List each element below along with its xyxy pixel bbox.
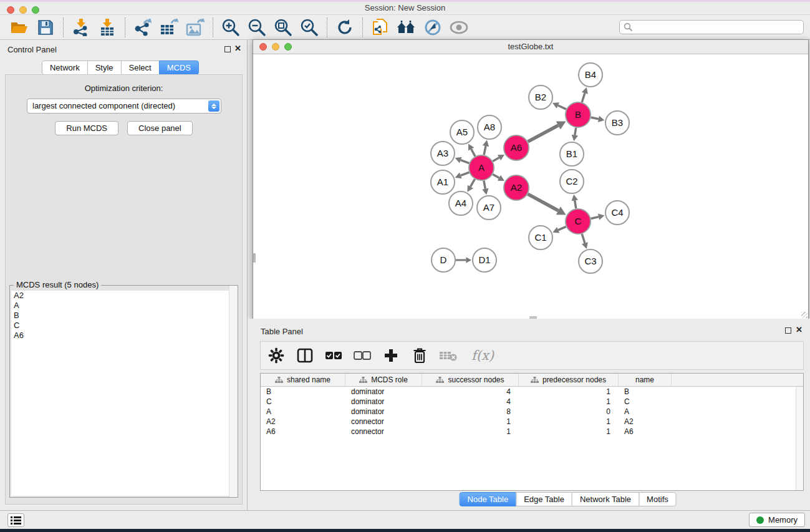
graph-edge-A6-B[interactable] [528, 125, 559, 142]
graph-node-D1[interactable]: D1 [473, 248, 496, 272]
zoom-fit-button[interactable] [270, 16, 296, 39]
close-network-button[interactable] [259, 43, 267, 51]
close-window-button[interactable] [7, 6, 14, 14]
minimize-network-button[interactable] [272, 43, 279, 51]
mcds-result-list[interactable]: A2ABCA6 [11, 291, 236, 496]
graph-node-A2[interactable]: A2 [504, 175, 529, 200]
search-input[interactable] [619, 20, 804, 34]
graph-edge-C-C4[interactable] [591, 217, 599, 219]
graph-node-D[interactable]: D [432, 248, 455, 272]
graph-edge-A2-C[interactable] [528, 194, 558, 211]
select-all-checkboxes-button[interactable] [322, 344, 345, 367]
graph-edge-B-B3[interactable] [591, 117, 599, 119]
mcds-result-item[interactable]: B [11, 311, 236, 321]
tab-edge-table[interactable]: Edge Table [516, 492, 572, 506]
graph-node-B3[interactable]: B3 [605, 111, 629, 135]
graph-edge-A-A8[interactable] [484, 146, 486, 155]
import-table-button[interactable] [94, 16, 120, 39]
deselect-all-checkboxes-button[interactable] [350, 344, 374, 367]
table-row[interactable]: A6connector11A6 [261, 427, 803, 437]
apply-function-button[interactable]: f(x) [465, 344, 500, 367]
graph-node-C3[interactable]: C3 [579, 249, 602, 273]
graph-edge-B-B4[interactable] [582, 93, 585, 102]
graph-node-A[interactable]: A [469, 155, 494, 180]
graph-edge-A-A6[interactable] [493, 158, 499, 162]
zoom-selected-button[interactable] [296, 16, 322, 39]
graph-node-A1[interactable]: A1 [431, 170, 455, 194]
refresh-button[interactable] [332, 16, 358, 39]
column-header-predecessor-nodes[interactable]: predecessor nodes [519, 374, 619, 386]
network-file-button[interactable] [367, 16, 393, 39]
zoom-network-button[interactable] [284, 43, 292, 51]
table-row[interactable]: Adominator80A [261, 407, 803, 417]
tab-network-table[interactable]: Network Table [572, 492, 639, 506]
table-panel-close-button[interactable]: ✕ [796, 325, 803, 334]
table-row[interactable]: Cdominator41C [261, 397, 803, 407]
export-network-button[interactable] [130, 16, 156, 39]
result-list-scrollbar[interactable] [229, 286, 238, 497]
delete-table-button[interactable] [436, 344, 460, 367]
network-vscroll-thumb[interactable] [253, 253, 256, 263]
graph-edge-C-C2[interactable] [575, 200, 576, 208]
graph-node-C2[interactable]: C2 [560, 170, 584, 193]
delete-column-button[interactable] [408, 344, 432, 367]
import-network-button[interactable] [68, 16, 94, 39]
graph-node-B[interactable]: B [566, 102, 591, 127]
zoom-in-button[interactable] [218, 16, 244, 39]
table-scrollbar[interactable] [796, 387, 803, 490]
graph-node-B2[interactable]: B2 [529, 85, 552, 109]
graph-edge-B-B1[interactable] [575, 128, 576, 135]
graph-node-A8[interactable]: A8 [478, 115, 501, 139]
mcds-result-item[interactable]: A6 [11, 331, 236, 341]
table-panel-float-button[interactable] [785, 326, 791, 336]
mcds-result-item[interactable]: C [11, 321, 236, 331]
column-header-name[interactable]: name [619, 374, 672, 386]
open-session-button[interactable] [6, 16, 32, 39]
graph-node-C[interactable]: C [566, 209, 591, 234]
export-image-button[interactable] [182, 16, 208, 39]
network-window-titlebar[interactable]: testGlobe.txt [253, 40, 808, 54]
graph-node-A3[interactable]: A3 [431, 142, 455, 165]
minimize-window-button[interactable] [19, 6, 27, 14]
zoom-out-button[interactable] [244, 16, 270, 39]
column-header-successor-nodes[interactable]: successor nodes [422, 374, 519, 386]
graph-node-C4[interactable]: C4 [605, 201, 629, 225]
graph-edge-C-C3[interactable] [582, 234, 585, 243]
graph-edge-A-A1[interactable] [461, 172, 470, 175]
graph-node-B4[interactable]: B4 [579, 63, 602, 87]
memory-button[interactable]: Memory [749, 513, 805, 527]
tab-node-table[interactable]: Node Table [460, 492, 517, 506]
network-resize-grip[interactable] [801, 312, 808, 318]
criterion-select[interactable]: largest connected component (directed) [27, 99, 221, 114]
graph-edge-A-A5[interactable] [471, 149, 475, 157]
add-column-button[interactable] [379, 344, 403, 367]
table-settings-button[interactable] [264, 344, 288, 367]
split-columns-button[interactable] [293, 344, 317, 367]
zoom-window-button[interactable] [32, 6, 39, 14]
graph-node-A5[interactable]: A5 [450, 120, 474, 144]
mcds-result-item[interactable]: A2 [11, 291, 236, 301]
close-panel-button[interactable]: Close panel [127, 121, 193, 135]
graph-edge-A-A2[interactable] [493, 174, 499, 178]
control-panel-float-button[interactable] [224, 45, 231, 54]
graph-edge-A-A4[interactable] [470, 179, 475, 186]
column-header-mcds-role[interactable]: MCDS role [345, 374, 422, 386]
save-session-button[interactable] [32, 16, 59, 39]
tab-mcds[interactable]: MCDS [159, 60, 199, 75]
control-panel-close-button[interactable]: ✕ [234, 44, 241, 53]
hide-graphics-details-button[interactable] [420, 16, 446, 39]
show-task-history-button[interactable] [7, 513, 24, 527]
graph-edge-A-A3[interactable] [461, 160, 470, 163]
graph-edge-B-B2[interactable] [558, 105, 566, 109]
table-row[interactable]: Bdominator41B [261, 387, 803, 397]
show-graphics-details-button[interactable] [446, 16, 472, 39]
graph-node-A7[interactable]: A7 [477, 196, 501, 220]
tab-network[interactable]: Network [42, 60, 88, 75]
table-row[interactable]: A2connector11A2 [261, 417, 803, 427]
mcds-result-item[interactable]: A [11, 301, 236, 311]
graph-edge-A-A7[interactable] [484, 181, 485, 189]
column-header-shared-name[interactable]: shared name [261, 374, 345, 386]
graph-edge-C-C1[interactable] [558, 226, 566, 230]
graph-node-B1[interactable]: B1 [560, 142, 584, 166]
graph-node-A4[interactable]: A4 [449, 191, 473, 215]
